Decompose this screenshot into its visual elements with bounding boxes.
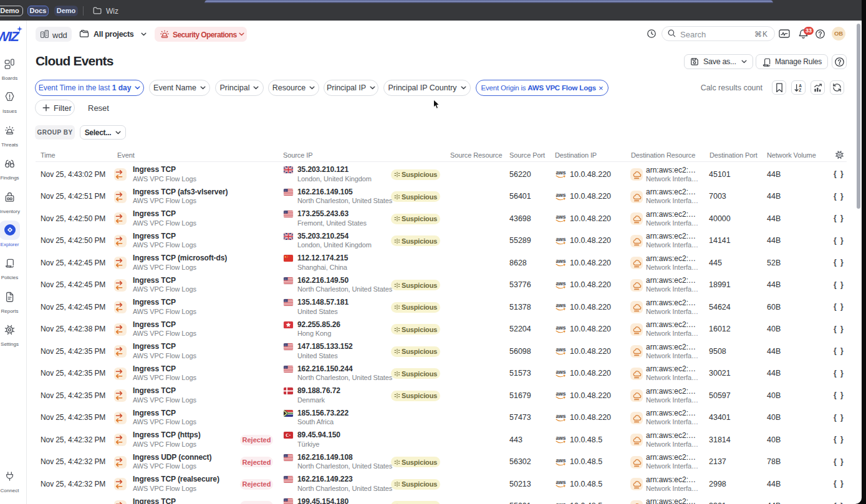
svg-text:Z: Z [799,88,801,92]
svg-text:A: A [799,83,802,88]
